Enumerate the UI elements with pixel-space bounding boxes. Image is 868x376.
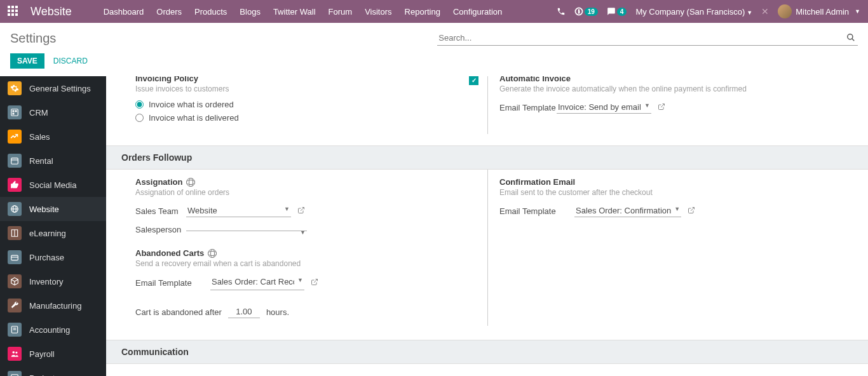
sidebar-item-accounting[interactable]: Accounting — [0, 318, 106, 342]
nav-forum[interactable]: Forum — [322, 7, 359, 17]
sidebar-item-payroll[interactable]: Payroll — [0, 342, 106, 366]
phone-icon[interactable] — [557, 7, 566, 16]
sidebar-item-social-media[interactable]: Social Media — [0, 173, 106, 197]
confirmation-email-title: Confirmation Email — [499, 177, 839, 187]
sidebar-item-label: Sales — [29, 132, 50, 142]
settings-header: Settings — [0, 23, 868, 50]
globe-icon — [208, 249, 217, 258]
nav-configuration[interactable]: Configuration — [447, 7, 508, 17]
nav-products[interactable]: Products — [188, 7, 233, 17]
assignation-desc: Assignation of online orders — [135, 188, 475, 197]
chevron-down-icon: ▼ — [300, 229, 306, 236]
activity-icon[interactable]: 19 — [574, 7, 598, 16]
cart-after-label-post: hours. — [266, 307, 289, 317]
auto-inv-template-label: Email Template — [499, 103, 557, 112]
cart-after-label-pre: Cart is abandoned after — [135, 307, 222, 317]
purchase-icon — [8, 250, 22, 264]
sidebar-item-label: Manufacturing — [29, 301, 81, 311]
chevron-down-icon: ▼ — [284, 206, 290, 212]
sidebar-item-rental[interactable]: Rental — [0, 149, 106, 173]
cart-hours-input[interactable]: 1.00 — [228, 306, 260, 318]
external-link-icon[interactable] — [297, 206, 305, 216]
nav-blogs[interactable]: Blogs — [233, 7, 267, 17]
discard-button[interactable]: DISCARD — [53, 57, 88, 65]
svg-rect-3 — [11, 109, 18, 116]
chevron-down-icon: ▼ — [644, 102, 650, 109]
svg-rect-5 — [15, 111, 17, 112]
chat-badge: 4 — [617, 8, 627, 16]
sidebar-item-label: CRM — [29, 108, 48, 117]
communication-header: Communication — [106, 340, 868, 364]
automatic-invoice-desc: Generate the invoice automatically when … — [499, 84, 839, 93]
nav-twitter-wall[interactable]: Twitter Wall — [267, 7, 322, 17]
sidebar-item-inventory[interactable]: Inventory — [0, 269, 106, 293]
abandoned-carts-title: Abandoned Carts — [135, 248, 475, 258]
avatar — [778, 4, 792, 18]
svg-rect-7 — [11, 158, 18, 164]
save-button[interactable]: SAVE — [10, 53, 44, 69]
automatic-invoice-checkbox[interactable]: ✓ — [469, 76, 478, 85]
sales-team-select[interactable]: Website ▼ — [186, 205, 291, 217]
nav-reporting[interactable]: Reporting — [398, 7, 447, 17]
top-navbar: Website Dashboard Orders Products Blogs … — [0, 0, 868, 23]
svg-rect-4 — [13, 111, 15, 112]
chart-icon — [8, 130, 22, 144]
sidebar-item-label: Purchase — [29, 253, 64, 262]
nav-visitors[interactable]: Visitors — [358, 7, 398, 17]
invoice-delivered-radio[interactable]: Invoice what is delivered — [135, 113, 475, 123]
chevron-down-icon: ▼ — [297, 277, 303, 283]
calendar-icon — [8, 154, 22, 168]
sidebar-item-label: Social Media — [29, 180, 76, 190]
action-bar: SAVE DISCARD — [0, 50, 868, 76]
nav-links: Dashboard Orders Products Blogs Twitter … — [97, 7, 509, 17]
search-input[interactable] — [437, 30, 858, 46]
abandoned-template-label: Email Template — [135, 278, 210, 288]
svg-point-1 — [848, 34, 853, 39]
invoicing-policy-desc: Issue invoices to customers — [135, 84, 475, 93]
sidebar-item-sales[interactable]: Sales — [0, 124, 106, 149]
sidebar-item-elearning[interactable]: eLearning — [0, 221, 106, 245]
nav-dashboard[interactable]: Dashboard — [97, 7, 151, 17]
svg-line-2 — [852, 38, 855, 41]
confirm-template-select[interactable]: Sales Order: Confirmation ▼ — [574, 205, 681, 217]
page-title: Settings — [10, 31, 56, 46]
sidebar-item-label: Project — [29, 373, 55, 377]
external-link-icon[interactable] — [688, 206, 695, 216]
confirm-template-label: Email Template — [499, 206, 574, 216]
debug-icon[interactable]: ✕ — [761, 6, 769, 17]
sidebar-item-label: Accounting — [29, 325, 70, 335]
sidebar-item-label: Inventory — [29, 277, 63, 286]
svg-point-17 — [13, 351, 15, 354]
invoice-ordered-radio[interactable]: Invoice what is ordered — [135, 100, 475, 109]
sidebar-item-project[interactable]: Project — [0, 366, 106, 376]
sidebar-item-crm[interactable]: CRM — [0, 100, 106, 124]
salesperson-select[interactable]: ▼ — [186, 228, 307, 231]
confirmation-email-desc: Email sent to the customer after the che… — [499, 188, 839, 197]
check-icon — [8, 371, 22, 376]
sidebar-item-manufacturing[interactable]: Manufacturing — [0, 293, 106, 318]
apps-icon[interactable] — [8, 6, 19, 17]
abandoned-template-select[interactable]: Sales Order: Cart Recovery ▼ — [210, 276, 304, 290]
nav-orders[interactable]: Orders — [150, 7, 188, 17]
people-icon — [8, 347, 22, 361]
orders-followup-header: Orders Followup — [106, 145, 868, 170]
settings-sidebar: General SettingsCRMSalesRentalSocial Med… — [0, 76, 106, 376]
automatic-invoice-title: Automatic Invoice — [499, 76, 839, 83]
external-link-icon[interactable] — [658, 103, 665, 112]
sidebar-item-general-settings[interactable]: General Settings — [0, 76, 106, 100]
user-menu[interactable]: Mitchell Admin▼ — [778, 4, 860, 18]
sidebar-item-website[interactable]: Website — [0, 197, 106, 221]
brand-title[interactable]: Website — [31, 5, 72, 18]
activity-badge: 19 — [585, 8, 598, 16]
external-link-icon[interactable] — [311, 278, 318, 288]
svg-point-18 — [15, 352, 17, 354]
auto-inv-template-select[interactable]: Invoice: Send by email ▼ — [557, 101, 651, 114]
sidebar-item-label: eLearning — [29, 229, 66, 238]
crm-icon — [8, 105, 22, 119]
sales-team-label: Sales Team — [135, 206, 186, 216]
company-switcher[interactable]: My Company (San Francisco)▼ — [635, 7, 752, 17]
sidebar-item-purchase[interactable]: Purchase — [0, 245, 106, 269]
chat-icon[interactable]: 4 — [607, 7, 627, 16]
search-icon[interactable] — [846, 33, 855, 44]
svg-rect-12 — [11, 255, 18, 260]
